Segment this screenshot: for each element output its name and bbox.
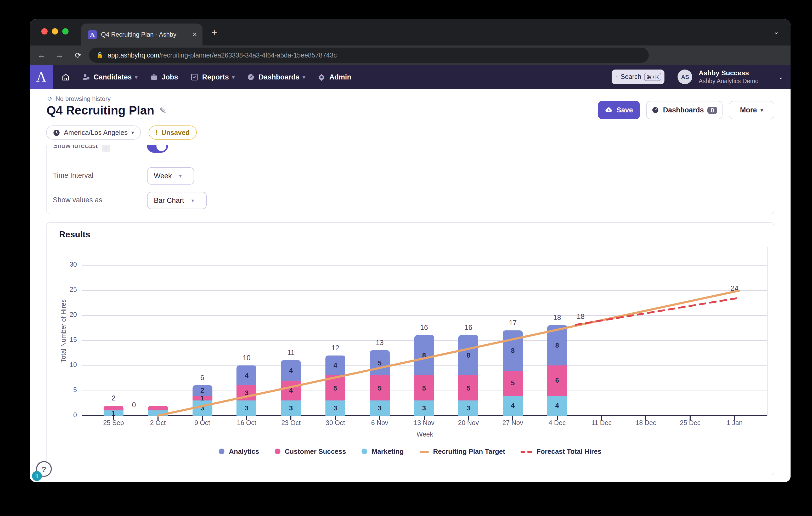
y-tick-label: 25 bbox=[58, 286, 77, 293]
y-tick-label: 5 bbox=[58, 386, 77, 394]
legend-swatch-icon bbox=[219, 449, 225, 454]
chevron-down-icon: ▾ bbox=[232, 74, 235, 80]
bar-segment: 5 bbox=[414, 375, 434, 400]
x-tick-label: 1 Jan bbox=[713, 419, 757, 427]
nav-candidates[interactable]: Candidates▾ bbox=[82, 73, 138, 81]
gridline bbox=[82, 315, 767, 316]
bar-segment: 3 bbox=[237, 386, 257, 401]
bar-segment bbox=[104, 406, 123, 411]
results-card: Results Total Number of Hires Week 05101… bbox=[46, 222, 774, 475]
results-title: Results bbox=[59, 230, 90, 239]
search-input[interactable]: Search ⌘+K bbox=[612, 69, 665, 84]
legend-item[interactable]: Marketing bbox=[362, 448, 404, 455]
chevron-down-icon: ▾ bbox=[131, 130, 134, 135]
bar-segment: 8 bbox=[547, 325, 567, 365]
legend-item[interactable]: Analytics bbox=[219, 448, 259, 455]
bar-segment: 3 bbox=[459, 400, 478, 416]
x-tick-label: 4 Dec bbox=[535, 419, 579, 427]
y-tick-label: 30 bbox=[58, 261, 77, 268]
x-tick-label: 30 Oct bbox=[313, 419, 357, 427]
bar-segment bbox=[148, 406, 168, 411]
legend-label: Customer Success bbox=[285, 448, 346, 455]
reload-button[interactable]: ⟳ bbox=[75, 51, 81, 60]
edit-title-icon[interactable]: ✎ bbox=[160, 105, 167, 116]
y-tick-label: 10 bbox=[58, 361, 77, 369]
help-notification-badge: 1 bbox=[32, 471, 42, 481]
bar-segment: 1 bbox=[192, 395, 212, 400]
bar-segment: 3 bbox=[237, 400, 257, 416]
chevron-down-icon: ▾ bbox=[135, 74, 138, 80]
bar-total-label: 18 bbox=[542, 314, 573, 322]
new-tab-button[interactable]: + bbox=[211, 28, 217, 37]
address-bar[interactable]: 🔒 app.ashbyhq.com/recruiting-planner/ea2… bbox=[89, 48, 649, 63]
info-icon[interactable]: i bbox=[102, 145, 110, 152]
x-tick-label: 6 Nov bbox=[357, 419, 402, 427]
bar-segment: 3 bbox=[370, 400, 389, 416]
search-shortcut: ⌘+K bbox=[644, 73, 661, 81]
show-forecast-toggle[interactable] bbox=[147, 145, 168, 153]
legend-item[interactable]: Customer Success bbox=[275, 448, 346, 455]
reports-icon bbox=[191, 73, 199, 81]
legend-item[interactable]: Recruiting Plan Target bbox=[419, 448, 505, 455]
show-values-as-select[interactable]: Bar Chart ▾ bbox=[147, 192, 207, 209]
nav-home[interactable] bbox=[62, 73, 69, 81]
toggle-knob bbox=[156, 145, 166, 151]
legend-item[interactable]: Forecast Total Hires bbox=[521, 448, 602, 455]
url-host: app.ashbyhq.com bbox=[108, 52, 159, 59]
forecast-total-hires-line bbox=[576, 298, 737, 325]
forward-button[interactable]: → bbox=[55, 50, 64, 61]
search-icon bbox=[616, 74, 618, 80]
bar-segment: 8 bbox=[503, 330, 523, 371]
chevron-down-icon: ▾ bbox=[303, 74, 305, 80]
bar-total-label: 17 bbox=[497, 319, 528, 327]
nav-reports[interactable]: Reports▾ bbox=[191, 73, 235, 81]
bar-segment: 2 bbox=[192, 386, 212, 395]
chart-legend: AnalyticsCustomer SuccessMarketingRecrui… bbox=[47, 448, 774, 455]
lock-icon: 🔒 bbox=[96, 52, 103, 59]
back-button[interactable]: ← bbox=[37, 50, 46, 61]
nav-jobs[interactable]: Jobs bbox=[150, 73, 178, 81]
window-close-button[interactable] bbox=[41, 28, 48, 34]
x-tick-label: 20 Nov bbox=[446, 419, 491, 427]
nav-dashboards[interactable]: Dashboards▾ bbox=[247, 73, 305, 81]
account-avatar[interactable]: AS bbox=[678, 69, 692, 84]
y-tick-label: 15 bbox=[58, 336, 77, 343]
bar-segment: 4 bbox=[237, 365, 257, 386]
bar-segment: 5 bbox=[370, 350, 389, 375]
dashboards-button[interactable]: Dashboards 0 bbox=[646, 101, 723, 119]
chevron-down-icon: ▾ bbox=[179, 173, 182, 179]
more-button[interactable]: More ▾ bbox=[729, 101, 774, 119]
browser-tab[interactable]: A Q4 Recruiting Plan · Ashby ✕ bbox=[81, 24, 202, 45]
tab-search-chevron-icon[interactable]: ⌄ bbox=[773, 28, 779, 35]
bar-segment: 8 bbox=[459, 335, 478, 376]
history-icon: ↺ bbox=[47, 95, 52, 102]
chart-settings-card: Show forecasti Time Interval Week ▾ Show… bbox=[46, 145, 774, 214]
screenshot-stage: A Q4 Recruiting Plan · Ashby ✕ + ⌄ ← → ⟳… bbox=[0, 0, 812, 516]
chevron-down-icon[interactable]: ⌄ bbox=[779, 73, 783, 80]
time-interval-select[interactable]: Week ▾ bbox=[147, 167, 194, 185]
x-tick-label: 25 Dec bbox=[668, 419, 712, 427]
bar-segment: 4 bbox=[547, 395, 567, 416]
x-tick-label: 23 Oct bbox=[269, 419, 313, 427]
bar-segment bbox=[148, 411, 168, 416]
dashboards-icon bbox=[247, 73, 255, 81]
bar-segment: 8 bbox=[414, 335, 434, 376]
plot-area: Total Number of Hires Week 0510152025302… bbox=[82, 247, 767, 416]
nav-admin[interactable]: Admin bbox=[318, 73, 351, 81]
window-zoom-button[interactable] bbox=[62, 28, 68, 34]
tab-title: Q4 Recruiting Plan · Ashby bbox=[101, 31, 188, 38]
save-button[interactable]: Save bbox=[598, 101, 640, 119]
tab-close-icon[interactable]: ✕ bbox=[192, 31, 197, 38]
bar-segment: 5 bbox=[370, 375, 389, 400]
legend-label: Forecast Total Hires bbox=[536, 448, 602, 455]
window-minimize-button[interactable] bbox=[52, 28, 58, 34]
ashby-logo[interactable]: A bbox=[30, 65, 53, 89]
page-title: Q4 Recruiting Plan ✎ bbox=[47, 103, 166, 118]
timezone-selector[interactable]: America/Los Angeles ▾ bbox=[46, 125, 141, 140]
url-path: /recruiting-planner/ea263338-34a3-4f64-a… bbox=[159, 52, 337, 59]
bar-total-label: 13 bbox=[364, 339, 395, 346]
bar-segment: 6 bbox=[547, 365, 567, 395]
bar-segment: 4 bbox=[325, 356, 345, 376]
browser-window: A Q4 Recruiting Plan · Ashby ✕ + ⌄ ← → ⟳… bbox=[30, 19, 790, 482]
account-menu[interactable]: Ashby Success Ashby Analytics Demo bbox=[699, 69, 759, 85]
